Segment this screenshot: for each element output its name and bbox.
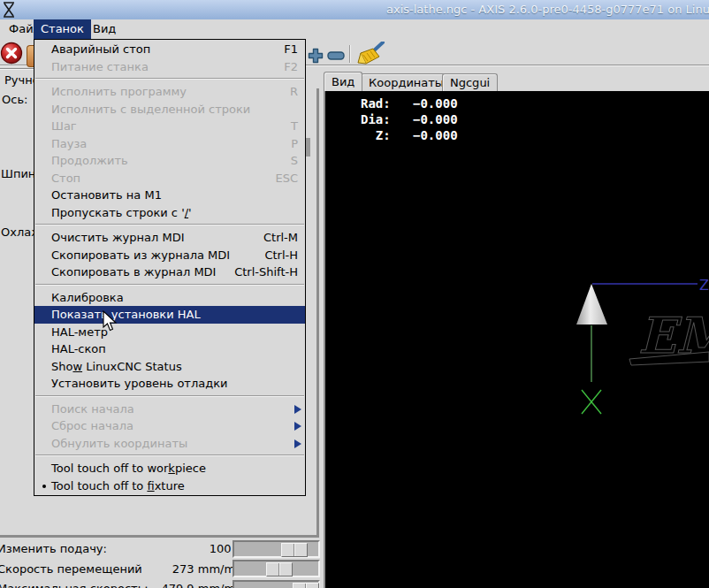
menu-separator (35, 284, 304, 286)
menu-bar: Файл Станок Вид (0, 19, 709, 39)
menu-item-label: piece (175, 462, 206, 475)
tab-preview[interactable]: Вид (324, 72, 362, 91)
window-icon (3, 2, 16, 18)
menu-item-stop[interactable]: СтопESC (34, 170, 305, 187)
menu-item-clear-mdi-log[interactable]: Очистить журнал MDICtrl-M (34, 229, 305, 247)
menu-item-label: Поиск начала (51, 402, 134, 416)
menu-item-zero-coordinates[interactable]: Обнулить координаты (34, 435, 305, 453)
menu-separator (35, 454, 304, 456)
max-velocity-slider[interactable] (233, 580, 320, 588)
menu-item-accel: T (291, 118, 298, 135)
menu-item-label-underline: f (147, 479, 154, 493)
machine-menu-popup: Аварийный стопF1 Питание станкаF2 Исполн… (34, 39, 306, 496)
max-velocity-value: 479.9 mm/min (124, 582, 246, 588)
menu-item-label: Пауза (51, 137, 87, 150)
tab-ngcgui[interactable]: Ngcgui (442, 73, 498, 91)
scrollbar-thumb[interactable] (306, 138, 310, 157)
submenu-arrow-icon (294, 405, 301, 414)
menu-item-accel: P (291, 135, 298, 153)
menu-item-copy-to-mdi-log[interactable]: Скопировать в журнал MDICtrl-Shift-H (34, 263, 305, 281)
menu-item-machine-power[interactable]: Питание станкаF2 (34, 58, 305, 76)
menu-item-tool-touch-off-workpiece[interactable]: Tool touch off to workpiece (34, 460, 305, 477)
menu-item-label: Сброс начала (51, 419, 133, 432)
jog-speed-value: 273 mm/min (124, 562, 246, 576)
axis-main-window: axis-lathe.ngc - AXIS 2.6.0-pre0-4458-g0… (0, 0, 709, 588)
menu-item-label: Установить уровень отладки (51, 377, 227, 390)
feed-override-label: Изменить подачу: (0, 542, 107, 555)
submenu-arrow-icon (294, 422, 301, 431)
menu-item-label-underline: w (72, 360, 82, 373)
menu-item-tool-touch-off-fixture[interactable]: Tool touch off to fixture (34, 477, 305, 495)
menu-item-calibration[interactable]: Калибровка (34, 289, 305, 307)
radio-selected-icon (42, 485, 46, 488)
menu-item-estop[interactable]: Аварийный стопF1 (34, 41, 305, 58)
preview-graphics: Z EM (325, 91, 709, 588)
menu-item-label: Показать установки HAL (51, 308, 201, 321)
clear-plot-button[interactable] (357, 42, 385, 65)
feed-override-slider[interactable] (233, 540, 320, 558)
jog-speed-label: Скорость перемещений (0, 562, 142, 576)
menu-item-show-linuxcnc-status[interactable]: Show LinuxCNC Status (34, 358, 305, 376)
menu-item-accel: F1 (284, 41, 298, 58)
mouse-cursor (103, 310, 118, 333)
tab-dro[interactable]: Координаты (361, 73, 452, 91)
x-axis-label-glyph (582, 390, 601, 414)
menu-item-run-program[interactable]: Исполнить программуR (34, 83, 305, 101)
menu-item-hal-meter[interactable]: HAL-метр (34, 324, 305, 341)
zoom-out-button[interactable] (327, 51, 345, 60)
emc-logo-text: EM (638, 306, 709, 364)
menu-item-hal-scope[interactable]: HAL-скоп (34, 340, 305, 358)
menu-item-unhoming[interactable]: Сброс начала (34, 417, 305, 435)
menu-item-label: Калибровка (51, 291, 124, 304)
menu-item-accel: R (290, 83, 298, 101)
menu-item-label: ' (188, 206, 192, 219)
menu-item-label: Sho (51, 360, 72, 373)
submenu-arrow-icon (294, 439, 301, 448)
menu-item-skip-lines[interactable]: Пропускать строки с '/' (34, 204, 305, 222)
tab-ngcgui-label: Ngcgui (450, 76, 490, 89)
menu-item-label: Обнулить координаты (51, 437, 187, 450)
menu-item-label: Скопировать в журнал MDI (51, 265, 216, 279)
menu-item-label: Аварийный стоп (51, 42, 150, 56)
menu-item-label: Пропускать строки с ' (51, 206, 185, 219)
menu-item-label: Продолжить (51, 154, 128, 167)
menu-item-run-from-line[interactable]: Исполнить с выделенной строки (34, 101, 305, 118)
menu-item-set-debug-level[interactable]: Установить уровень отладки (34, 375, 305, 393)
menu-item-resume[interactable]: ПродолжитьS (34, 152, 305, 170)
menu-item-label: Остановить на M1 (51, 188, 162, 202)
tab-preview-label: Вид (332, 75, 354, 88)
menu-item-label: Очистить журнал MDI (51, 231, 185, 244)
menu-item-homing[interactable]: Поиск начала (34, 401, 305, 418)
menu-item-label: Шаг (51, 119, 77, 133)
jog-speed-slider[interactable] (233, 560, 320, 577)
menu-item-label: LinuxCNC Status (82, 360, 182, 373)
menu-item-label: Стоп (51, 172, 80, 185)
menu-item-label: ixture (155, 479, 185, 493)
max-velocity-slider-thumb[interactable] (293, 583, 319, 588)
menu-item-accel: Ctrl-M (263, 229, 298, 247)
feed-override-slider-thumb[interactable] (281, 543, 308, 557)
menu-item-show-hal-config[interactable]: Показать установки HAL (34, 306, 305, 324)
menu-separator (35, 224, 304, 225)
menu-item-label: Tool touch off to (51, 479, 147, 493)
menu-item-stop-at-m1[interactable]: Остановить на M1 (34, 187, 305, 204)
feed-override-value: 100 % (124, 542, 246, 555)
menu-item-step[interactable]: ШагT (34, 118, 305, 135)
menubar-item-machine[interactable]: Станок (34, 19, 91, 39)
menu-item-accel: F2 (284, 58, 298, 76)
menu-item-pause[interactable]: ПаузаP (34, 135, 305, 153)
title-bar[interactable]: axis-lathe.ngc - AXIS 2.6.0-pre0-4458-g0… (0, 0, 709, 19)
zoom-in-button[interactable] (308, 48, 324, 64)
menu-item-label: Питание станка (51, 60, 149, 73)
menu-item-label: Исполнить программу (51, 85, 187, 98)
menu-item-label: HAL-скоп (51, 342, 106, 355)
menubar-item-view[interactable]: Вид (86, 19, 123, 39)
jog-speed-slider-thumb[interactable] (266, 562, 293, 577)
menu-item-label: HAL-метр (51, 325, 108, 339)
menu-separator (35, 78, 304, 80)
menu-item-label: Исполнить с выделенной строки (51, 103, 250, 116)
menu-item-copy-from-mdi-log[interactable]: Скопировать из журнала MDICtrl-H (34, 247, 305, 264)
estop-button[interactable] (0, 41, 25, 65)
menu-item-accel: ESC (275, 170, 298, 187)
tool-cone (576, 284, 607, 325)
